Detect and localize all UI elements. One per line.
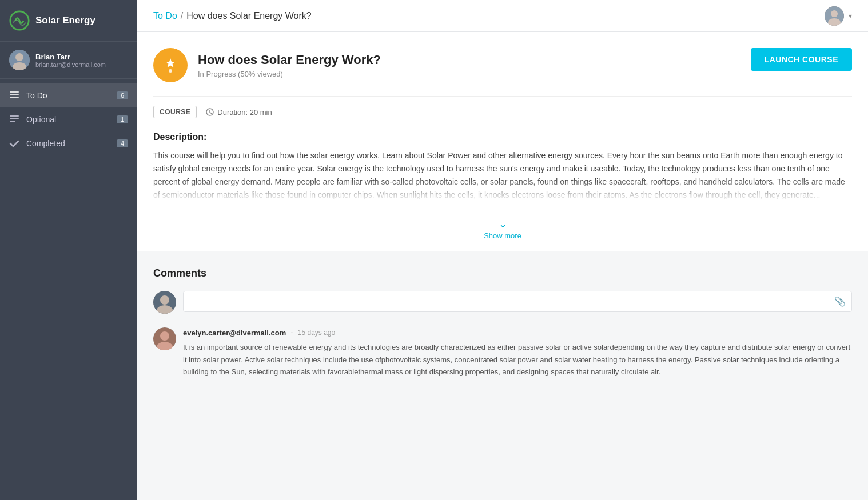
topbar-user-menu[interactable]: ▾ — [825, 6, 852, 26]
comment-input[interactable] — [189, 291, 834, 311]
description-title: Description: — [153, 132, 852, 142]
breadcrumb-separator: / — [181, 11, 183, 21]
comments-section: Comments 📎 — [137, 251, 868, 403]
optional-icon — [9, 114, 19, 125]
app-logo — [9, 10, 30, 31]
sidebar-completed-label: Completed — [26, 139, 110, 148]
sidebar-user: Brian Tarr brian.tarr@divermail.com — [0, 42, 137, 79]
sidebar-header: Solar Energy — [0, 0, 137, 42]
topbar: To Do / How does Solar Energy Work? ▾ — [137, 0, 868, 32]
description-section: Description: This course will help you t… — [153, 132, 852, 213]
sidebar-user-avatar — [9, 50, 30, 70]
sidebar-user-name: Brian Tarr — [35, 53, 106, 61]
comments-title: Comments — [153, 267, 852, 279]
sidebar-nav: To Do 6 Optional 1 Completed 4 — [0, 83, 137, 155]
sidebar-optional-badge: 1 — [117, 115, 128, 123]
commenter-avatar — [153, 327, 176, 350]
comment-input-wrapper[interactable]: 📎 — [183, 291, 852, 312]
svg-rect-6 — [10, 97, 19, 98]
attachment-icon[interactable]: 📎 — [834, 296, 846, 307]
svg-point-13 — [169, 69, 172, 73]
chevron-down-icon: ⌄ — [499, 218, 507, 230]
svg-point-2 — [15, 53, 23, 61]
sidebar-optional-label: Optional — [26, 115, 110, 124]
comment-item: evelyn.carter@divermail.com · 15 days ag… — [153, 327, 852, 378]
topbar-chevron-icon: ▾ — [849, 12, 852, 20]
show-more-link[interactable]: Show more — [484, 231, 521, 240]
course-detail: How does Solar Energy Work? In Progress … — [137, 32, 868, 213]
sidebar-item-todo[interactable]: To Do 6 — [0, 83, 137, 107]
sidebar-user-info: Brian Tarr brian.tarr@divermail.com — [35, 53, 106, 68]
breadcrumb-todo-link[interactable]: To Do — [153, 11, 177, 21]
course-header-left: How does Solar Energy Work? In Progress … — [153, 48, 381, 82]
course-header: How does Solar Energy Work? In Progress … — [153, 48, 852, 82]
main-content: To Do / How does Solar Energy Work? ▾ — [137, 0, 868, 500]
app-name: Solar Energy — [35, 15, 95, 26]
clock-icon — [206, 108, 214, 116]
course-title-group: How does Solar Energy Work? In Progress … — [198, 53, 381, 78]
course-status: In Progress (50% viewed) — [198, 70, 381, 78]
comment-meta: evelyn.carter@divermail.com · 15 days ag… — [183, 327, 852, 338]
sidebar-item-completed[interactable]: Completed 4 — [0, 131, 137, 155]
course-meta: COURSE Duration: 20 min — [153, 96, 852, 118]
launch-course-button[interactable]: LAUNCH COURSE — [751, 48, 852, 71]
svg-rect-5 — [10, 94, 19, 95]
svg-rect-9 — [10, 121, 15, 122]
sidebar-todo-label: To Do — [26, 91, 110, 100]
course-tag: COURSE — [153, 106, 197, 118]
sidebar-completed-badge: 4 — [117, 139, 128, 147]
course-duration: Duration: 20 min — [206, 108, 272, 117]
comment-time: 15 days ago — [298, 329, 335, 337]
show-more-section: ⌄ Show more — [137, 213, 868, 251]
current-user-avatar — [153, 291, 176, 314]
sidebar: Solar Energy Brian Tarr brian.tarr@diver… — [0, 0, 137, 500]
breadcrumb: To Do / How does Solar Energy Work? — [153, 11, 312, 21]
comment-body: evelyn.carter@divermail.com · 15 days ag… — [183, 327, 852, 378]
svg-point-19 — [160, 331, 169, 341]
topbar-user-avatar — [825, 6, 844, 26]
course-icon — [153, 48, 188, 82]
completed-icon — [9, 138, 19, 149]
comment-author: evelyn.carter@divermail.com — [183, 329, 286, 337]
svg-point-16 — [160, 295, 169, 305]
sidebar-item-optional[interactable]: Optional 1 — [0, 107, 137, 131]
breadcrumb-current: How does Solar Energy Work? — [186, 11, 311, 21]
sidebar-todo-badge: 6 — [117, 91, 128, 99]
course-title: How does Solar Energy Work? — [198, 53, 381, 67]
svg-rect-8 — [10, 118, 19, 119]
svg-rect-7 — [10, 115, 19, 117]
comment-input-row: 📎 — [153, 291, 852, 314]
comment-separator: · — [290, 327, 293, 338]
description-text: This course will help you to find out ho… — [153, 149, 852, 202]
sidebar-user-email: brian.tarr@divermail.com — [35, 61, 106, 68]
todo-icon — [9, 90, 19, 101]
comment-text: It is an important source of renewable e… — [183, 341, 852, 378]
svg-rect-4 — [10, 91, 19, 93]
svg-point-11 — [831, 10, 838, 17]
duration-text: Duration: 20 min — [217, 108, 272, 117]
